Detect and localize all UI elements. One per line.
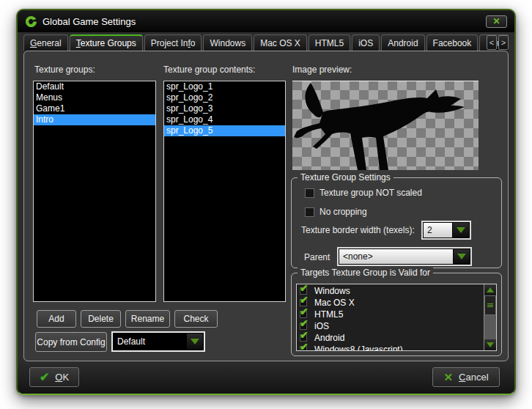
targets-legend: Targets Texture Group is Valid for [298,268,433,278]
contents-item[interactable]: spr_Logo_4 [164,114,285,125]
check-button[interactable]: Check [174,310,218,328]
not-scaled-label: Texture group NOT scaled [319,188,422,198]
target-item[interactable]: ✔HTML5 [297,309,484,320]
no-cropping-checkbox[interactable] [305,207,314,217]
rename-button[interactable]: Rename [125,310,170,328]
thumb-grip-icon [487,305,493,306]
target-label: iOS [314,321,329,331]
delete-button[interactable]: Delete [81,310,121,328]
ok-button[interactable]: ✔ OK [29,367,79,387]
tab-texture-groups[interactable]: Texture Groups [70,34,143,51]
settings-legend: Texture Group Settings [298,172,394,183]
config-drop-button[interactable] [186,334,203,350]
border-width-dropdown[interactable]: 2 [423,222,470,238]
texture-groups-list[interactable]: DefaultMenusGame1Intro [33,81,156,302]
target-label: Windows8 (Javascript) [314,344,403,350]
add-button[interactable]: Add [37,310,76,328]
targets-items: ✔Windows✔Mac OS X✔HTML5✔iOS✔Android✔Wind… [297,284,484,350]
target-label: HTML5 [314,309,343,320]
tab-android[interactable]: Android [381,34,424,51]
ok-label: OK [55,372,69,383]
tab-mac-os-x[interactable]: Mac OS X [254,34,307,51]
parent-dropdown[interactable]: <none> [339,248,470,265]
targets-scrollbar[interactable] [484,284,496,350]
contents-item[interactable]: spr_Logo_1 [164,81,285,92]
thumb-grip-icon [487,306,493,307]
target-label: Mac OS X [314,298,355,308]
target-label: Windows [314,286,350,296]
texture-group-item[interactable]: Game1 [34,103,155,114]
check-icon: ✔ [300,342,309,351]
texture-group-settings-groupbox: Texture Group Settings Texture group NOT… [291,177,502,268]
window-title: Global Game Settings [43,16,136,27]
ok-check-icon: ✔ [40,372,49,383]
tab-facebook[interactable]: Facebook [426,34,479,51]
close-icon: ✕ [492,17,500,26]
parent-drop-button[interactable] [453,249,470,264]
scroll-down-button[interactable] [484,339,496,350]
texture-groups-panel: Texture groups: DefaultMenusGame1Intro T… [23,51,509,361]
wolf-silhouette-image [292,81,479,170]
tab-strip: GeneralTexture GroupsProject InfoWindows… [23,32,509,51]
target-checkbox[interactable]: ✔ [300,345,311,351]
targets-groupbox: Targets Texture Group is Valid for ✔Wind… [291,273,502,356]
footer: ✔ OK ✕ Cancel [18,361,514,394]
config-dropdown[interactable]: Default [113,333,204,350]
chevron-left-icon: < [489,38,494,47]
image-preview [292,81,479,170]
contents-label: Texture group contents: [163,65,255,75]
not-scaled-checkbox[interactable] [305,188,314,198]
scrollbar-track[interactable] [484,315,496,339]
target-item[interactable]: ✔Android [297,332,484,344]
chevron-right-icon: > [501,38,506,47]
parent-value: <none> [339,249,453,264]
border-width-value: 2 [424,223,452,237]
target-item[interactable]: ✔Windows8 (Javascript) [297,344,484,350]
chevron-down-icon [457,254,466,259]
scrollbar-thumb[interactable] [484,295,496,315]
contents-item[interactable]: spr_Logo_2 [164,92,285,103]
texture-group-item[interactable]: Default [34,81,155,92]
parent-label: Parent [304,252,330,262]
config-value: Default [114,334,186,350]
chevron-down-icon [457,227,465,233]
titlebar[interactable]: Global Game Settings ✕ [18,10,514,32]
arrow-up-icon [487,287,494,292]
tab-project-info[interactable]: Project Info [144,34,202,51]
targets-list[interactable]: ✔Windows✔Mac OS X✔HTML5✔iOS✔Android✔Wind… [296,284,497,351]
check-icon: ✔ [300,295,309,305]
target-item[interactable]: ✔Windows [297,285,484,297]
scroll-up-button[interactable] [484,284,496,295]
texture-group-item[interactable]: Intro [34,114,155,125]
image-preview-label: Image preview: [292,65,352,75]
texture-group-item[interactable]: Menus [34,92,155,103]
check-icon: ✔ [300,284,309,293]
tab-html5[interactable]: HTML5 [309,34,350,51]
contents-item[interactable]: spr_Logo_3 [164,103,285,114]
border-width-label: Texture border width (texels): [301,225,415,235]
gamemaker-logo-icon [25,15,37,28]
tab-scroll-left-button[interactable]: < [487,35,497,50]
tab-scroll-buttons: < > [487,35,509,50]
tab-scroll-right-button[interactable]: > [498,35,509,50]
contents-item[interactable]: spr_Logo_5 [164,125,285,136]
tab-windows[interactable]: Windows [203,34,252,51]
cancel-x-icon: ✕ [443,372,453,383]
chevron-down-icon [191,339,199,344]
check-icon: ✔ [300,306,309,317]
tab-ios[interactable]: iOS [352,34,380,51]
cancel-button[interactable]: ✕ Cancel [432,367,500,387]
copy-from-config-button[interactable]: Copy from Config [35,332,107,352]
target-item[interactable]: ✔iOS [297,320,484,332]
close-button[interactable]: ✕ [486,15,507,28]
check-icon: ✔ [300,330,309,340]
texture-groups-label: Texture groups: [34,65,95,75]
contents-list[interactable]: spr_Logo_1spr_Logo_2spr_Logo_3spr_Logo_4… [163,81,286,302]
global-game-settings-window: Global Game Settings ✕ GeneralTexture Gr… [16,9,516,395]
no-cropping-label: No cropping [319,207,367,217]
arrow-down-icon [487,342,494,347]
tab-general[interactable]: General [23,34,68,51]
target-item[interactable]: ✔Mac OS X [297,297,484,309]
border-width-drop-button[interactable] [452,223,469,237]
thumb-grip-icon [487,303,493,304]
